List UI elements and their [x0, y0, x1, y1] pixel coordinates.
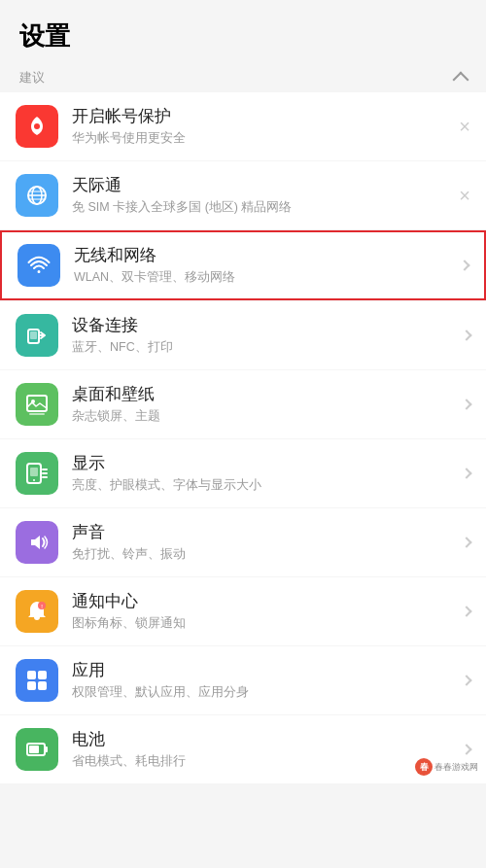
item-text: 显示 亮度、护眼模式、字体与显示大小 [72, 453, 463, 493]
item-right: × [459, 186, 470, 205]
settings-item-wireless[interactable]: 无线和网络 WLAN、双卡管理、移动网络 [0, 230, 486, 300]
svg-rect-17 [27, 671, 36, 679]
svg-rect-7 [30, 331, 37, 339]
item-right [463, 538, 470, 546]
settings-list: 开启帐号保护 华为帐号使用更安全 × 天际通 免 SIM 卡接入全球多国 [0, 92, 486, 868]
display-icon [23, 460, 51, 487]
svg-rect-23 [29, 746, 39, 753]
settings-item-account-protection[interactable]: 开启帐号保护 华为帐号使用更安全 × [0, 92, 486, 160]
item-right: × [459, 117, 470, 136]
wallpaper-icon [23, 391, 51, 418]
settings-item-display[interactable]: 显示 亮度、护眼模式、字体与显示大小 [0, 439, 486, 507]
settings-item-device[interactable]: 设备连接 蓝牙、NFC、打印 [0, 301, 486, 369]
section-collapse-icon[interactable] [453, 71, 469, 87]
item-title: 天际通 [72, 175, 459, 196]
settings-item-battery[interactable]: 电池 省电模式、耗电排行 春 春春游戏网 [0, 715, 486, 783]
item-right [463, 677, 470, 684]
chevron-right-icon [459, 260, 469, 270]
svg-rect-11 [29, 413, 45, 415]
chevron-right-icon [461, 606, 471, 616]
item-text: 开启帐号保护 华为帐号使用更安全 [72, 106, 459, 146]
item-text: 设备连接 蓝牙、NFC、打印 [72, 315, 463, 355]
item-title: 桌面和壁纸 [72, 384, 463, 405]
icon-wrap-device [16, 314, 58, 357]
item-right [463, 331, 470, 339]
notification-icon: ! [23, 598, 51, 625]
item-right [463, 400, 470, 408]
item-title: 设备连接 [72, 315, 463, 336]
item-text: 天际通 免 SIM 卡接入全球多国 (地区) 精品网络 [72, 175, 459, 215]
watermark-logo: 春 [415, 758, 433, 776]
chevron-right-icon [461, 399, 471, 409]
icon-wrap-notification: ! [16, 590, 58, 633]
svg-rect-20 [38, 681, 47, 690]
battery-icon [23, 736, 51, 763]
svg-rect-18 [38, 671, 47, 679]
item-title: 应用 [72, 660, 463, 681]
chevron-right-icon [461, 537, 471, 547]
globe-icon [23, 182, 51, 209]
item-right [463, 746, 470, 753]
device-connect-icon [23, 322, 51, 349]
item-subtitle: 权限管理、默认应用、应用分身 [72, 684, 463, 700]
icon-wrap-wallpaper [16, 383, 58, 426]
item-text: 声音 免打扰、铃声、振动 [72, 522, 463, 562]
watermark-text: 春春游戏网 [434, 761, 478, 774]
page-title: 设置 [19, 19, 467, 53]
icon-wrap-battery [16, 728, 58, 771]
item-subtitle: 杂志锁屏、主题 [72, 408, 463, 424]
settings-item-notification[interactable]: ! 通知中心 图标角标、锁屏通知 [0, 577, 486, 645]
close-icon[interactable]: × [459, 117, 470, 136]
page-header: 设置 [0, 0, 486, 59]
chevron-right-icon [461, 330, 471, 340]
item-subtitle: 免 SIM 卡接入全球多国 (地区) 精品网络 [72, 199, 459, 215]
chevron-right-icon [461, 675, 471, 685]
settings-item-tianji[interactable]: 天际通 免 SIM 卡接入全球多国 (地区) 精品网络 × [0, 161, 486, 229]
item-subtitle: WLAN、双卡管理、移动网络 [74, 269, 461, 285]
item-subtitle: 华为帐号使用更安全 [72, 130, 459, 146]
close-icon[interactable]: × [459, 186, 470, 205]
apps-icon [23, 667, 51, 694]
icon-wrap-account [16, 105, 58, 148]
icon-wrap-tianji [16, 174, 58, 217]
item-title: 声音 [72, 522, 463, 543]
icon-wrap-wireless [17, 244, 60, 287]
huawei-icon [23, 113, 51, 140]
item-subtitle: 蓝牙、NFC、打印 [72, 339, 463, 355]
svg-point-13 [33, 479, 35, 481]
item-subtitle: 亮度、护眼模式、字体与显示大小 [72, 477, 463, 493]
svg-point-0 [34, 123, 40, 129]
svg-rect-22 [45, 746, 48, 752]
icon-wrap-apps [16, 659, 58, 702]
chevron-right-icon [461, 468, 471, 478]
item-right [463, 608, 470, 615]
item-text: 应用 权限管理、默认应用、应用分身 [72, 660, 463, 700]
section-label: 建议 [0, 59, 486, 92]
wifi-icon [25, 252, 52, 279]
settings-page: 设置 建议 开启帐号保护 华为帐号使用更安全 × [0, 0, 486, 868]
item-subtitle: 省电模式、耗电排行 [72, 753, 463, 769]
item-subtitle: 图标角标、锁屏通知 [72, 615, 463, 631]
item-text: 电池 省电模式、耗电排行 [72, 729, 463, 769]
item-title: 通知中心 [72, 591, 463, 612]
item-right [461, 261, 469, 269]
item-right [463, 469, 470, 477]
svg-rect-14 [30, 468, 38, 476]
svg-rect-19 [27, 681, 36, 690]
item-title: 无线和网络 [74, 245, 461, 266]
item-title: 开启帐号保护 [72, 106, 459, 127]
settings-item-wallpaper[interactable]: 桌面和壁纸 杂志锁屏、主题 [0, 370, 486, 438]
section-label-text: 建议 [19, 69, 45, 87]
item-text: 无线和网络 WLAN、双卡管理、移动网络 [74, 245, 461, 285]
sound-icon [23, 529, 51, 556]
icon-wrap-display [16, 452, 58, 495]
item-title: 电池 [72, 729, 463, 750]
item-text: 桌面和壁纸 杂志锁屏、主题 [72, 384, 463, 424]
item-title: 显示 [72, 453, 463, 474]
item-text: 通知中心 图标角标、锁屏通知 [72, 591, 463, 631]
settings-item-apps[interactable]: 应用 权限管理、默认应用、应用分身 [0, 646, 486, 714]
item-subtitle: 免打扰、铃声、振动 [72, 546, 463, 562]
watermark: 春 春春游戏网 [415, 758, 478, 776]
icon-wrap-sound [16, 521, 58, 564]
settings-item-sound[interactable]: 声音 免打扰、铃声、振动 [0, 508, 486, 576]
